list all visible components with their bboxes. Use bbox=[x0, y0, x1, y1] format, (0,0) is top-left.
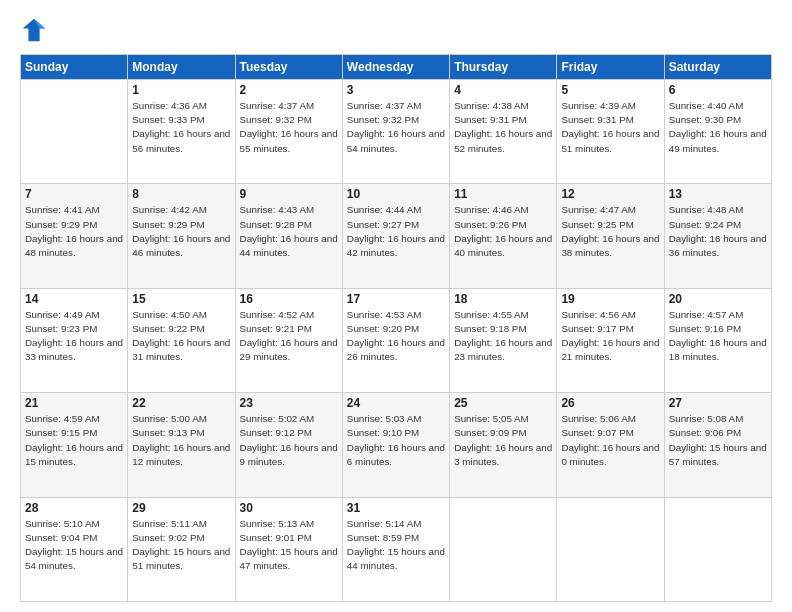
day-number: 30 bbox=[240, 501, 338, 515]
calendar-table: SundayMondayTuesdayWednesdayThursdayFrid… bbox=[20, 54, 772, 602]
calendar-cell: 8Sunrise: 4:42 AMSunset: 9:29 PMDaylight… bbox=[128, 184, 235, 288]
day-info: Sunrise: 5:00 AMSunset: 9:13 PMDaylight:… bbox=[132, 412, 230, 469]
calendar-cell: 17Sunrise: 4:53 AMSunset: 9:20 PMDayligh… bbox=[342, 288, 449, 392]
day-number: 24 bbox=[347, 396, 445, 410]
weekday-saturday: Saturday bbox=[664, 55, 771, 80]
day-number: 9 bbox=[240, 187, 338, 201]
day-info: Sunrise: 5:14 AMSunset: 8:59 PMDaylight:… bbox=[347, 517, 445, 574]
day-number: 16 bbox=[240, 292, 338, 306]
svg-marker-0 bbox=[23, 19, 45, 41]
day-info: Sunrise: 4:44 AMSunset: 9:27 PMDaylight:… bbox=[347, 203, 445, 260]
day-number: 8 bbox=[132, 187, 230, 201]
day-number: 15 bbox=[132, 292, 230, 306]
calendar-cell: 22Sunrise: 5:00 AMSunset: 9:13 PMDayligh… bbox=[128, 393, 235, 497]
calendar-cell: 5Sunrise: 4:39 AMSunset: 9:31 PMDaylight… bbox=[557, 80, 664, 184]
calendar-cell: 11Sunrise: 4:46 AMSunset: 9:26 PMDayligh… bbox=[450, 184, 557, 288]
calendar-cell: 13Sunrise: 4:48 AMSunset: 9:24 PMDayligh… bbox=[664, 184, 771, 288]
day-info: Sunrise: 5:10 AMSunset: 9:04 PMDaylight:… bbox=[25, 517, 123, 574]
calendar-cell: 20Sunrise: 4:57 AMSunset: 9:16 PMDayligh… bbox=[664, 288, 771, 392]
calendar-cell: 7Sunrise: 4:41 AMSunset: 9:29 PMDaylight… bbox=[21, 184, 128, 288]
calendar-cell: 9Sunrise: 4:43 AMSunset: 9:28 PMDaylight… bbox=[235, 184, 342, 288]
weekday-monday: Monday bbox=[128, 55, 235, 80]
day-number: 18 bbox=[454, 292, 552, 306]
day-number: 5 bbox=[561, 83, 659, 97]
day-info: Sunrise: 4:52 AMSunset: 9:21 PMDaylight:… bbox=[240, 308, 338, 365]
day-number: 28 bbox=[25, 501, 123, 515]
day-number: 27 bbox=[669, 396, 767, 410]
day-number: 25 bbox=[454, 396, 552, 410]
calendar-cell: 31Sunrise: 5:14 AMSunset: 8:59 PMDayligh… bbox=[342, 497, 449, 601]
calendar-cell: 21Sunrise: 4:59 AMSunset: 9:15 PMDayligh… bbox=[21, 393, 128, 497]
weekday-header-row: SundayMondayTuesdayWednesdayThursdayFrid… bbox=[21, 55, 772, 80]
weekday-thursday: Thursday bbox=[450, 55, 557, 80]
calendar-week-row: 14Sunrise: 4:49 AMSunset: 9:23 PMDayligh… bbox=[21, 288, 772, 392]
calendar-cell: 12Sunrise: 4:47 AMSunset: 9:25 PMDayligh… bbox=[557, 184, 664, 288]
day-info: Sunrise: 4:42 AMSunset: 9:29 PMDaylight:… bbox=[132, 203, 230, 260]
day-number: 6 bbox=[669, 83, 767, 97]
day-number: 12 bbox=[561, 187, 659, 201]
day-info: Sunrise: 4:37 AMSunset: 9:32 PMDaylight:… bbox=[347, 99, 445, 156]
day-info: Sunrise: 4:40 AMSunset: 9:30 PMDaylight:… bbox=[669, 99, 767, 156]
day-info: Sunrise: 5:08 AMSunset: 9:06 PMDaylight:… bbox=[669, 412, 767, 469]
calendar-cell bbox=[21, 80, 128, 184]
calendar-cell: 10Sunrise: 4:44 AMSunset: 9:27 PMDayligh… bbox=[342, 184, 449, 288]
calendar-cell bbox=[664, 497, 771, 601]
day-info: Sunrise: 4:56 AMSunset: 9:17 PMDaylight:… bbox=[561, 308, 659, 365]
day-info: Sunrise: 5:03 AMSunset: 9:10 PMDaylight:… bbox=[347, 412, 445, 469]
day-info: Sunrise: 4:59 AMSunset: 9:15 PMDaylight:… bbox=[25, 412, 123, 469]
day-number: 20 bbox=[669, 292, 767, 306]
header bbox=[20, 16, 772, 44]
calendar-cell: 2Sunrise: 4:37 AMSunset: 9:32 PMDaylight… bbox=[235, 80, 342, 184]
day-info: Sunrise: 4:46 AMSunset: 9:26 PMDaylight:… bbox=[454, 203, 552, 260]
day-number: 13 bbox=[669, 187, 767, 201]
day-info: Sunrise: 5:11 AMSunset: 9:02 PMDaylight:… bbox=[132, 517, 230, 574]
calendar-cell: 19Sunrise: 4:56 AMSunset: 9:17 PMDayligh… bbox=[557, 288, 664, 392]
day-info: Sunrise: 4:37 AMSunset: 9:32 PMDaylight:… bbox=[240, 99, 338, 156]
calendar-cell: 3Sunrise: 4:37 AMSunset: 9:32 PMDaylight… bbox=[342, 80, 449, 184]
calendar-cell: 28Sunrise: 5:10 AMSunset: 9:04 PMDayligh… bbox=[21, 497, 128, 601]
calendar-cell: 25Sunrise: 5:05 AMSunset: 9:09 PMDayligh… bbox=[450, 393, 557, 497]
day-number: 10 bbox=[347, 187, 445, 201]
calendar-week-row: 21Sunrise: 4:59 AMSunset: 9:15 PMDayligh… bbox=[21, 393, 772, 497]
day-number: 31 bbox=[347, 501, 445, 515]
day-number: 11 bbox=[454, 187, 552, 201]
calendar-cell: 30Sunrise: 5:13 AMSunset: 9:01 PMDayligh… bbox=[235, 497, 342, 601]
weekday-tuesday: Tuesday bbox=[235, 55, 342, 80]
day-info: Sunrise: 5:05 AMSunset: 9:09 PMDaylight:… bbox=[454, 412, 552, 469]
day-number: 4 bbox=[454, 83, 552, 97]
day-info: Sunrise: 4:43 AMSunset: 9:28 PMDaylight:… bbox=[240, 203, 338, 260]
day-number: 17 bbox=[347, 292, 445, 306]
day-info: Sunrise: 4:38 AMSunset: 9:31 PMDaylight:… bbox=[454, 99, 552, 156]
day-number: 3 bbox=[347, 83, 445, 97]
day-info: Sunrise: 4:50 AMSunset: 9:22 PMDaylight:… bbox=[132, 308, 230, 365]
day-number: 21 bbox=[25, 396, 123, 410]
day-info: Sunrise: 4:39 AMSunset: 9:31 PMDaylight:… bbox=[561, 99, 659, 156]
calendar-week-row: 28Sunrise: 5:10 AMSunset: 9:04 PMDayligh… bbox=[21, 497, 772, 601]
day-number: 7 bbox=[25, 187, 123, 201]
day-info: Sunrise: 4:57 AMSunset: 9:16 PMDaylight:… bbox=[669, 308, 767, 365]
weekday-sunday: Sunday bbox=[21, 55, 128, 80]
calendar-cell: 1Sunrise: 4:36 AMSunset: 9:33 PMDaylight… bbox=[128, 80, 235, 184]
calendar-cell: 16Sunrise: 4:52 AMSunset: 9:21 PMDayligh… bbox=[235, 288, 342, 392]
calendar-week-row: 7Sunrise: 4:41 AMSunset: 9:29 PMDaylight… bbox=[21, 184, 772, 288]
calendar-cell: 26Sunrise: 5:06 AMSunset: 9:07 PMDayligh… bbox=[557, 393, 664, 497]
day-number: 2 bbox=[240, 83, 338, 97]
logo-icon bbox=[20, 16, 48, 44]
day-info: Sunrise: 5:02 AMSunset: 9:12 PMDaylight:… bbox=[240, 412, 338, 469]
calendar-cell: 14Sunrise: 4:49 AMSunset: 9:23 PMDayligh… bbox=[21, 288, 128, 392]
calendar-cell bbox=[557, 497, 664, 601]
day-number: 29 bbox=[132, 501, 230, 515]
calendar-cell: 15Sunrise: 4:50 AMSunset: 9:22 PMDayligh… bbox=[128, 288, 235, 392]
calendar-cell bbox=[450, 497, 557, 601]
day-info: Sunrise: 4:36 AMSunset: 9:33 PMDaylight:… bbox=[132, 99, 230, 156]
calendar-week-row: 1Sunrise: 4:36 AMSunset: 9:33 PMDaylight… bbox=[21, 80, 772, 184]
calendar-cell: 23Sunrise: 5:02 AMSunset: 9:12 PMDayligh… bbox=[235, 393, 342, 497]
logo bbox=[20, 16, 52, 44]
weekday-wednesday: Wednesday bbox=[342, 55, 449, 80]
day-info: Sunrise: 4:53 AMSunset: 9:20 PMDaylight:… bbox=[347, 308, 445, 365]
day-info: Sunrise: 5:13 AMSunset: 9:01 PMDaylight:… bbox=[240, 517, 338, 574]
day-number: 22 bbox=[132, 396, 230, 410]
day-number: 1 bbox=[132, 83, 230, 97]
day-number: 19 bbox=[561, 292, 659, 306]
day-info: Sunrise: 4:41 AMSunset: 9:29 PMDaylight:… bbox=[25, 203, 123, 260]
